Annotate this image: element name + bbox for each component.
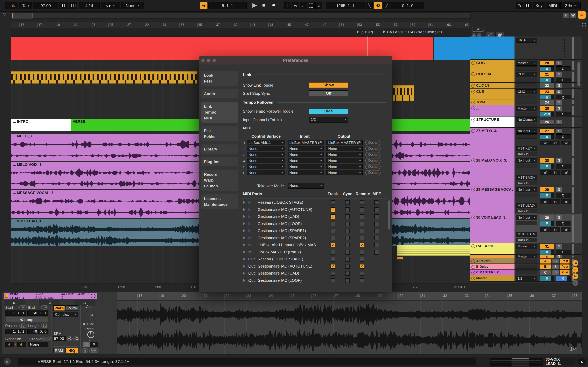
reverse-button[interactable]: ⇆: [82, 348, 88, 353]
track-activator[interactable]: C: [540, 270, 551, 275]
send-c-field[interactable]: -inf: [561, 141, 571, 145]
track-fold-icon[interactable]: ▾: [471, 100, 475, 104]
midi-output-selector[interactable]: LioBox MASTER (F: [327, 140, 363, 145]
width-zoom-button[interactable]: W: [570, 12, 577, 18]
mpe-checkbox[interactable]: [374, 229, 379, 233]
track-name-block[interactable]: ▾Master: [470, 275, 515, 281]
track-fold-icon[interactable]: ▾: [471, 106, 475, 110]
mpe-checkbox[interactable]: [374, 236, 379, 240]
follow-button-clip[interactable]: Follow: [66, 305, 78, 311]
clip-header-bar[interactable]: VOIX LEAD_3. · VOIX LEAD_3..wav 44.1 kHz…: [4, 293, 97, 299]
track-checkbox[interactable]: [330, 257, 335, 262]
track-checkbox[interactable]: [330, 236, 335, 240]
track-name-block[interactable]: ▾B Delay: [470, 264, 515, 269]
remote-checkbox[interactable]: [360, 271, 364, 276]
expand-arrow-icon[interactable]: [243, 215, 245, 218]
clip-ca-la-vie[interactable]: [397, 245, 471, 256]
remote-checkbox[interactable]: ✓: [360, 243, 364, 247]
track-header-27-melo-3-[interactable]: ▾27 MELO_3.No InputMST KEYTrack In27S0C-…: [470, 128, 582, 157]
track-name-block[interactable]: [470, 36, 515, 59]
send-b-field[interactable]: -inf: [550, 227, 560, 232]
track-fold-icon[interactable]: ▾: [471, 265, 475, 269]
sync-checkbox[interactable]: [345, 257, 350, 262]
track-scrollbar[interactable]: [578, 62, 580, 86]
remote-checkbox[interactable]: [360, 200, 364, 205]
gain-slider[interactable]: [90, 310, 90, 321]
tab-feel[interactable]: Feel: [204, 78, 235, 84]
tab-midi[interactable]: MIDI: [204, 115, 235, 121]
tab-launch[interactable]: Launch: [204, 183, 235, 189]
track-activator[interactable]: 23: [540, 89, 554, 94]
signature-denominator-field[interactable]: 4: [17, 342, 26, 347]
preferences-tab-group[interactable]: FileFolder: [201, 126, 238, 141]
output-routing-selector[interactable]: 1/2: [516, 276, 537, 281]
mixer-section-button[interactable]: M: [572, 273, 578, 279]
master-pan-field[interactable]: 0: [556, 276, 571, 281]
automation-arm-icon[interactable]: ∞: [292, 2, 299, 9]
send-a-field[interactable]: -inf: [540, 141, 550, 145]
locator-lane[interactable]: (STOP) CA LA VIE ; 114 BPM ; Gmin ; 3:12: [11, 28, 470, 37]
track-fold-icon[interactable]: ▾: [471, 72, 475, 76]
grid-options-icon[interactable]: [581, 23, 587, 28]
output-routing-selector[interactable]: Master: [516, 255, 537, 258]
post-toggle[interactable]: Post: [560, 270, 570, 275]
send-b-field[interactable]: -inf: [550, 141, 560, 145]
solo-button[interactable]: S: [556, 158, 562, 163]
track-name-block[interactable]: ▾CA LA VIE: [470, 243, 515, 254]
clip-intro[interactable]: ... INTRO: [11, 119, 71, 131]
gain-slider-handle[interactable]: [91, 314, 93, 317]
track-fold-icon[interactable]: ▾: [471, 158, 475, 162]
overview-scrub-strip[interactable]: [11, 12, 471, 19]
control-surface-selector[interactable]: None: [247, 146, 285, 151]
pitch-coarse-field[interactable]: 0: [83, 342, 90, 347]
song-locator-label[interactable]: CA LA VIE ; 114 BPM ; Gmin ; 3:12: [387, 30, 444, 34]
send-c-field[interactable]: -inf: [561, 227, 571, 232]
clip-color-chip[interactable]: [5, 294, 8, 298]
expand-arrow-icon[interactable]: [243, 265, 245, 267]
dump-button[interactable]: Dump: [365, 164, 380, 169]
sync-checkbox[interactable]: [345, 222, 350, 226]
track-name-block[interactable]: ▾27 MELO_3.: [470, 128, 515, 157]
sync-checkbox[interactable]: [345, 200, 350, 205]
quantize-selector[interactable]: None: [121, 2, 144, 9]
track-fold-icon[interactable]: ▾: [471, 61, 475, 65]
track-name-block[interactable]: ▾CLIC 1/4: [470, 71, 515, 82]
solo-button[interactable]: S: [556, 106, 562, 111]
capture-midi-icon[interactable]: [308, 2, 315, 9]
remote-checkbox[interactable]: [360, 257, 364, 262]
length-value-field[interactable]: 49. 0. 0: [27, 329, 48, 334]
track-header-ca-la-vie[interactable]: ▾CA LA VIEMaster31S0C: [470, 243, 582, 255]
mpe-checkbox[interactable]: [374, 250, 379, 255]
track-activator[interactable]: 24: [540, 100, 554, 105]
follow-button[interactable]: ➔: [200, 2, 208, 9]
tab-tempo[interactable]: Tempo: [204, 109, 235, 115]
sync-checkbox[interactable]: [345, 214, 350, 219]
track-header-28-melo-voix-3-[interactable]: ▾28 MELO VOIX_3.No InputMST BACKTrack In…: [470, 157, 582, 186]
midi-input-selector[interactable]: None: [288, 164, 324, 169]
crossfade-assign-button[interactable]: C: [556, 112, 571, 117]
mpe-checkbox[interactable]: [374, 243, 379, 247]
track-name-block[interactable]: ▾C MASTER LR: [470, 269, 515, 275]
preferences-tab-group[interactable]: LinkTempoMIDI: [201, 102, 238, 123]
track-activator[interactable]: 28: [540, 158, 554, 163]
track-checkbox[interactable]: [330, 278, 335, 283]
midi-output-selector[interactable]: None: [327, 152, 363, 157]
show-link-toggle-button[interactable]: Show: [309, 82, 348, 88]
groove-refresh-icon[interactable]: ↻: [41, 336, 46, 341]
monitor-routing-selector[interactable]: MST BACK: [516, 175, 537, 180]
crossfade-assign-button[interactable]: C: [556, 221, 571, 226]
tempo-follower-toggle-button[interactable]: Hide: [309, 108, 348, 114]
punch-out-switch-icon[interactable]: ╱: [383, 2, 390, 9]
tab-fades[interactable]: ◢: [39, 300, 60, 306]
track-fold-icon[interactable]: ▾: [471, 244, 475, 248]
track-name-block[interactable]: ▾30 VOIX LEAD_3.: [470, 214, 515, 243]
track-header-30-voix-lead-3-[interactable]: ▾30 VOIX LEAD_3.No InputMST LEADTrack In…: [470, 214, 582, 243]
play-button[interactable]: ▶: [252, 1, 257, 8]
punch-in-switch-icon[interactable]: ╲: [365, 2, 373, 9]
solo-button[interactable]: S: [556, 255, 562, 258]
solo-button[interactable]: S: [556, 187, 562, 192]
output-routing-selector[interactable]: No Output: [516, 117, 537, 122]
dump-button[interactable]: Dump: [365, 146, 380, 151]
track-checkbox[interactable]: ✓: [330, 243, 335, 247]
solo-button[interactable]: S: [556, 244, 562, 249]
